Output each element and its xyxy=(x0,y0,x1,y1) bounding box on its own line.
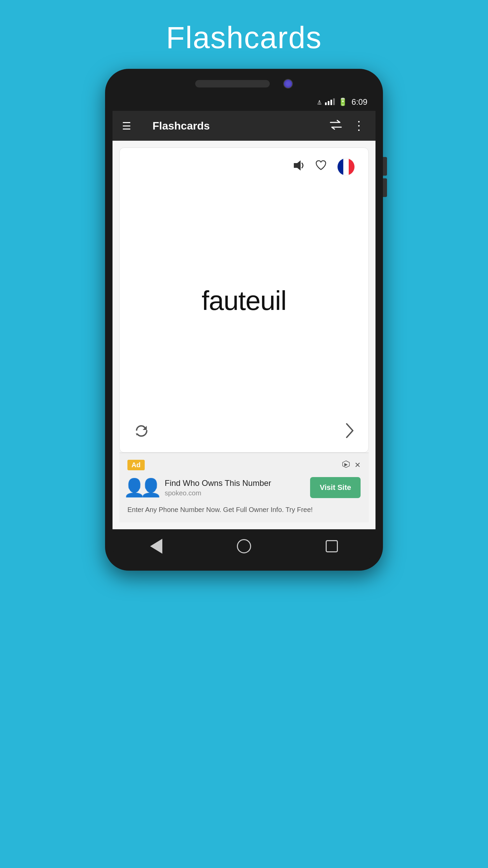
home-icon xyxy=(237,539,251,553)
signal-bar-4 xyxy=(333,98,335,105)
phone-top-bar xyxy=(113,79,375,88)
ad-domain: spokeo.com xyxy=(165,489,303,497)
swap-icon[interactable] xyxy=(327,120,344,132)
toolbar-title: Flashcards xyxy=(152,120,321,132)
content-area: fauteuil Ad xyxy=(113,141,375,529)
recent-icon xyxy=(326,540,338,552)
nav-home-button[interactable] xyxy=(230,533,258,560)
page-title: Flashcards xyxy=(166,20,322,55)
ad-description: Enter Any Phone Number Now. Get Full Own… xyxy=(127,505,361,514)
menu-icon[interactable]: ☰ xyxy=(122,120,142,132)
ad-top-row: Ad ▶ ✕ xyxy=(127,460,361,470)
vol-up[interactable] xyxy=(383,157,387,176)
ad-text-block: Find Who Owns This Number spokeo.com xyxy=(165,478,303,497)
status-time: 6:09 xyxy=(351,97,367,107)
signal-bar-2 xyxy=(328,101,329,105)
signal-icon xyxy=(325,99,335,105)
flashcard-word: fauteuil xyxy=(133,182,355,419)
heart-icon[interactable] xyxy=(315,159,327,175)
ad-headline: Find Who Owns This Number xyxy=(165,478,303,488)
svg-text:▶: ▶ xyxy=(344,462,348,467)
next-icon[interactable] xyxy=(345,422,355,442)
sound-icon[interactable] xyxy=(292,159,305,175)
ad-info-icon[interactable]: ▶ xyxy=(342,460,350,470)
flashcard[interactable]: fauteuil xyxy=(119,147,369,453)
ad-cta-button[interactable]: Visit Site xyxy=(310,477,361,498)
vol-down[interactable] xyxy=(383,178,387,197)
ad-badge: Ad xyxy=(127,460,145,470)
flag-blue xyxy=(338,158,343,175)
volume-buttons xyxy=(383,157,387,197)
app-toolbar: ☰ Flashcards ⋮ xyxy=(113,111,375,141)
back-icon xyxy=(150,539,162,554)
ad-controls: ▶ ✕ xyxy=(342,460,361,470)
flag-white xyxy=(343,158,349,175)
nav-back-button[interactable] xyxy=(143,533,170,560)
ad-content-row: 👤 👤 Find Who Owns This Number spokeo.com… xyxy=(127,476,361,499)
more-icon[interactable]: ⋮ xyxy=(351,119,366,133)
phone-shell: ⍋ 🔋 6:09 ☰ Flashcards ⋮ xyxy=(105,69,383,571)
person-icon-2: 👤 xyxy=(140,477,162,498)
phone-bottom-nav xyxy=(113,529,375,563)
ad-close-icon[interactable]: ✕ xyxy=(354,461,361,470)
status-icons: ⍋ 🔋 xyxy=(317,98,347,106)
phone-camera xyxy=(283,79,293,88)
french-flag-icon[interactable] xyxy=(337,158,355,176)
svg-marker-0 xyxy=(294,160,301,171)
wifi-icon: ⍋ xyxy=(317,98,322,106)
flashcard-icons-row xyxy=(133,158,355,176)
ad-persons: 👤 👤 xyxy=(123,477,162,498)
nav-recent-button[interactable] xyxy=(318,533,345,560)
signal-bar-3 xyxy=(330,100,332,105)
signal-bar-1 xyxy=(325,102,327,105)
ad-logo: 👤 👤 xyxy=(127,476,158,499)
battery-icon: 🔋 xyxy=(338,98,347,106)
status-bar: ⍋ 🔋 6:09 xyxy=(113,93,375,111)
phone-speaker xyxy=(195,80,270,87)
ad-banner: Ad ▶ ✕ 👤 👤 xyxy=(119,453,369,522)
flashcard-bottom-row xyxy=(133,419,355,442)
refresh-icon[interactable] xyxy=(133,422,149,442)
flag-red xyxy=(349,158,354,175)
